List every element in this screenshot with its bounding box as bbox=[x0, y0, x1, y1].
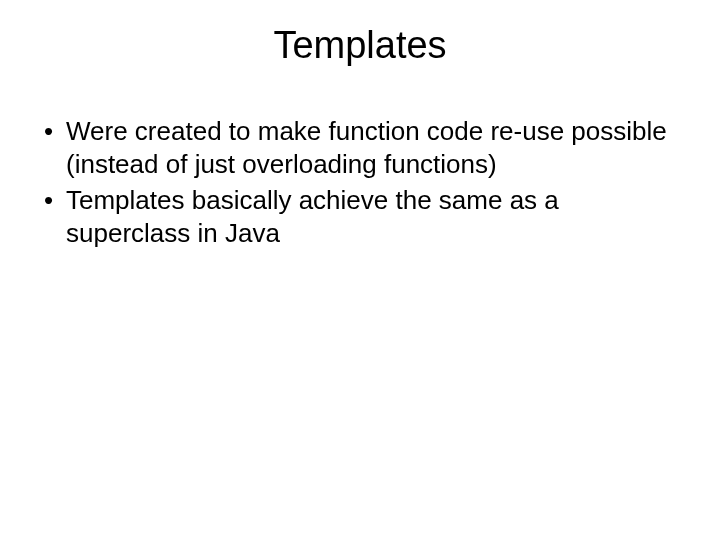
slide: Templates Were created to make function … bbox=[0, 0, 720, 540]
list-item: Were created to make function code re-us… bbox=[40, 115, 680, 180]
list-item: Templates basically achieve the same as … bbox=[40, 184, 680, 249]
slide-title: Templates bbox=[0, 0, 720, 67]
bullet-list: Were created to make function code re-us… bbox=[40, 115, 680, 249]
slide-content: Were created to make function code re-us… bbox=[0, 67, 720, 249]
